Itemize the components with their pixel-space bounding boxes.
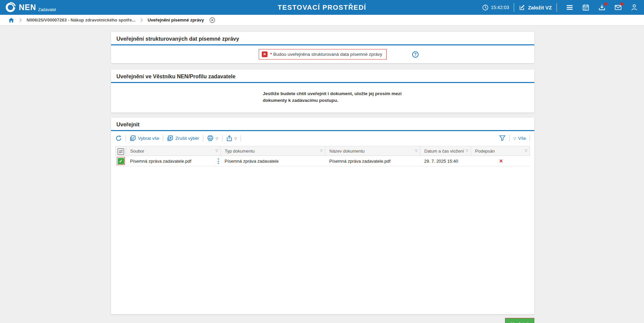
- logo-text: NEN: [19, 4, 36, 11]
- footer-actions: Uveřejnit: [111, 318, 534, 323]
- bulletin-note: Jestliže budete chtít uveřejnit i dokume…: [263, 90, 424, 104]
- checkbox-unchecked-icon[interactable]: [262, 51, 267, 57]
- row-menu-icon[interactable]: [218, 158, 219, 164]
- menu-icon[interactable]: [566, 4, 573, 11]
- publish-section-title: Uveřejnit: [111, 118, 534, 131]
- toolbar-divider: [222, 135, 222, 142]
- column-header-typ-dokumentu[interactable]: Typ dokumentu: [221, 146, 325, 156]
- filter-funnel-icon[interactable]: [499, 135, 506, 142]
- print-icon: [207, 135, 214, 142]
- topbar-actions: 15:42:03 Založit VZ: [482, 3, 644, 12]
- toolbar-divider: [203, 135, 203, 142]
- required-mark: *: [270, 52, 272, 57]
- logo-subtitle: Zadavatel: [38, 7, 56, 12]
- row-checkbox-focused[interactable]: [117, 157, 125, 165]
- print-options-caret[interactable]: [216, 136, 218, 141]
- table-row[interactable]: Písemná zpráva zadavatele.pdf Písemná zp…: [116, 156, 530, 166]
- user-icon[interactable]: [631, 4, 638, 11]
- messages-badge: [620, 2, 623, 6]
- clear-selection-icon: [167, 135, 173, 142]
- structured-section-title: Uveřejnění strukturovaných dat písemné z…: [111, 32, 534, 45]
- divider: [514, 3, 514, 12]
- toolbar-filter-group: Vše: [499, 135, 530, 142]
- cell-soubor: Písemná zpráva zadavatele.pdf: [126, 156, 221, 166]
- structured-section-body: * Budou uveřejněna strukturovaná data pí…: [111, 45, 534, 63]
- toolbar-divider: [241, 135, 241, 142]
- structured-data-checkbox[interactable]: * Budou uveřejněna strukturovaná data pí…: [259, 49, 387, 59]
- toolbar-divider: [509, 135, 510, 142]
- column-header-podepsan[interactable]: Podepsán: [471, 146, 530, 156]
- view-all-filter[interactable]: Vše: [513, 136, 526, 141]
- cell-typ-dokumentu: Písemná zpráva zadavatele: [221, 156, 325, 166]
- column-settings-icon: [117, 148, 124, 155]
- breadcrumb-procurement[interactable]: N006/25/V00007263 - Nákup zdravotnického…: [27, 17, 136, 23]
- table-empty-area: [111, 166, 534, 314]
- clock-icon: [482, 4, 489, 11]
- downloads-icon[interactable]: [598, 4, 606, 11]
- checkbox-checked-icon[interactable]: [118, 158, 124, 164]
- publish-toolbar: Vybrat vše Zrušit výběr: [111, 131, 534, 145]
- bulletin-section: Uveřejnění ve Věstníku NEN/Profilu zadav…: [111, 70, 534, 113]
- divider: [557, 3, 557, 12]
- select-all-icon: [130, 135, 136, 142]
- export-icon: [226, 135, 232, 142]
- calendar-icon[interactable]: [582, 4, 589, 11]
- help-icon[interactable]: ?: [412, 51, 419, 57]
- messages-icon[interactable]: [614, 4, 622, 11]
- publish-button[interactable]: Uveřejnit: [505, 318, 534, 323]
- top-bar: NEN Zadavatel TESTOVACÍ PROSTŘEDÍ 15:42:…: [0, 0, 644, 15]
- publish-section: Uveřejnit Vybrat vše Zrušit výběr: [111, 118, 534, 314]
- create-vz-button[interactable]: Založit VZ: [519, 4, 552, 11]
- column-settings-header[interactable]: [116, 146, 126, 156]
- downloads-badge: [604, 2, 607, 6]
- home-icon[interactable]: [8, 17, 14, 23]
- column-header-datum[interactable]: Datum a čas vložení: [420, 146, 471, 156]
- session-clock: 15:42:03: [482, 4, 509, 11]
- cell-datum: 29. 7. 2025 15:40: [420, 156, 471, 166]
- not-signed-icon: ✕: [475, 158, 527, 164]
- cell-nazev-dokumentu: Písemná zpráva zadavatele.pdf: [325, 156, 420, 166]
- breadcrumb-current: Uveřejnění písemné zprávy: [148, 17, 204, 23]
- view-all-caret: [513, 136, 516, 141]
- select-all-label: Vybrat vše: [138, 136, 159, 141]
- toolbar-divider: [126, 135, 126, 142]
- clear-selection-label: Zrušit výběr: [175, 136, 199, 141]
- table-header-row: Soubor Typ dokumentu Název dokumentu Dat…: [116, 146, 530, 156]
- nen-logo-icon: [5, 2, 16, 13]
- refresh-button[interactable]: [115, 135, 122, 142]
- bulletin-section-body: Jestliže budete chtít uveřejnit i dokume…: [111, 83, 534, 113]
- close-tab-icon[interactable]: [209, 17, 215, 23]
- chevron-right-icon: [140, 18, 143, 22]
- edit-icon: [519, 4, 526, 11]
- environment-title: TESTOVACÍ PROSTŘEDÍ: [278, 4, 366, 11]
- structured-checkbox-text: Budou uveřejněna strukturovaná data píse…: [273, 52, 382, 57]
- structured-checkbox-label: * Budou uveřejněna strukturovaná data pí…: [270, 52, 382, 57]
- bulletin-section-title: Uveřejnění ve Věstníku NEN/Profilu zadav…: [111, 70, 534, 83]
- cell-podepsan: ✕: [471, 156, 530, 166]
- export-options-caret[interactable]: [235, 136, 237, 141]
- print-button[interactable]: [207, 135, 218, 142]
- clear-selection-button[interactable]: Zrušit výběr: [167, 135, 199, 142]
- column-header-nazev-dokumentu[interactable]: Název dokumentu: [325, 146, 420, 156]
- breadcrumb: N006/25/V00007263 - Nákup zdravotnického…: [0, 15, 644, 26]
- create-vz-label: Založit VZ: [528, 5, 552, 10]
- nen-logo[interactable]: NEN Zadavatel: [0, 2, 56, 13]
- toolbar-divider: [163, 135, 163, 142]
- select-all-button[interactable]: Vybrat vše: [130, 135, 159, 142]
- session-time: 15:42:03: [491, 5, 509, 10]
- chevron-right-icon: [19, 18, 22, 22]
- export-button[interactable]: [226, 135, 237, 142]
- column-header-soubor[interactable]: Soubor: [126, 146, 221, 156]
- documents-table: Soubor Typ dokumentu Název dokumentu Dat…: [115, 146, 530, 166]
- toolbar-divider: [530, 135, 530, 142]
- refresh-icon: [115, 135, 122, 142]
- structured-data-section: Uveřejnění strukturovaných dat písemné z…: [111, 32, 534, 63]
- view-all-label: Vše: [518, 136, 526, 141]
